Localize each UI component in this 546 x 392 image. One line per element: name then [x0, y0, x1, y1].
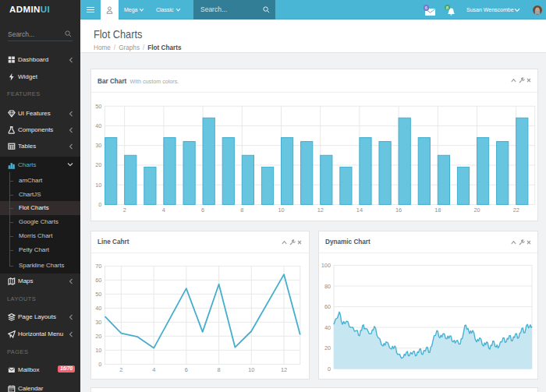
- svg-text:50: 50: [95, 291, 101, 298]
- svg-text:2: 2: [119, 366, 122, 373]
- svg-text:50: 50: [95, 103, 101, 110]
- svg-text:30: 30: [95, 142, 101, 149]
- svg-text:70: 70: [95, 263, 101, 270]
- svg-text:22: 22: [513, 207, 519, 214]
- svg-text:40: 40: [95, 305, 101, 312]
- svg-text:6: 6: [201, 207, 204, 214]
- svg-text:100: 100: [321, 262, 331, 269]
- svg-text:4: 4: [162, 207, 165, 214]
- svg-text:20: 20: [95, 333, 101, 340]
- svg-text:6: 6: [185, 366, 188, 373]
- svg-text:40: 40: [95, 122, 101, 129]
- svg-text:0: 0: [98, 201, 101, 208]
- svg-text:8: 8: [218, 366, 221, 373]
- svg-text:4: 4: [152, 366, 155, 373]
- svg-text:20: 20: [95, 161, 101, 168]
- svg-text:10: 10: [278, 207, 284, 214]
- svg-text:0: 0: [98, 361, 101, 368]
- svg-text:40: 40: [324, 324, 331, 331]
- svg-text:2: 2: [123, 207, 126, 214]
- svg-text:60: 60: [95, 277, 101, 284]
- svg-text:16: 16: [395, 207, 402, 214]
- svg-text:12: 12: [281, 366, 287, 373]
- svg-text:20: 20: [324, 344, 331, 351]
- svg-text:60: 60: [324, 303, 331, 310]
- svg-text:18: 18: [434, 207, 441, 214]
- svg-text:30: 30: [95, 319, 101, 326]
- svg-text:8: 8: [240, 207, 243, 214]
- svg-text:20: 20: [473, 207, 480, 214]
- svg-text:12: 12: [317, 207, 324, 214]
- svg-text:0: 0: [328, 366, 331, 373]
- svg-text:10: 10: [248, 366, 254, 373]
- svg-text:10: 10: [95, 347, 101, 354]
- svg-text:14: 14: [356, 207, 363, 214]
- svg-text:80: 80: [324, 283, 331, 290]
- svg-text:10: 10: [95, 182, 101, 189]
